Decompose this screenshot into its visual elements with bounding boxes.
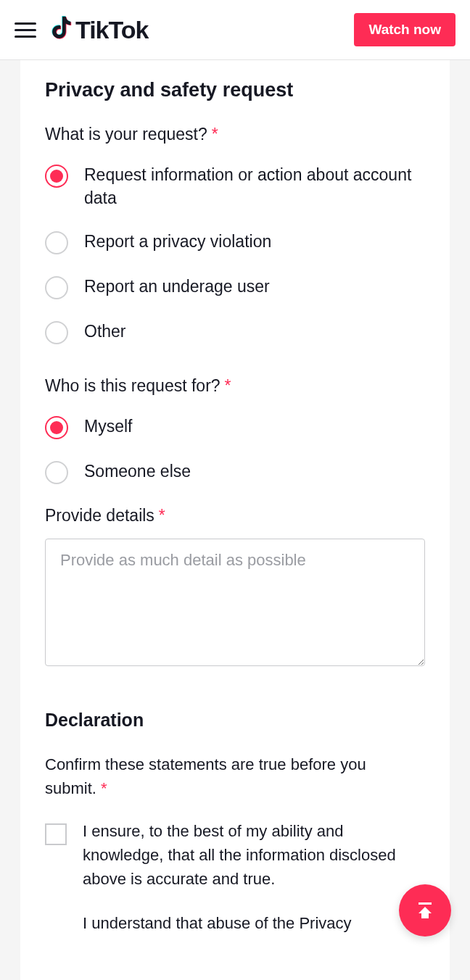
radio-label: Report a privacy violation	[84, 230, 271, 253]
radio-option-account-data[interactable]: Request information or action about acco…	[45, 163, 425, 209]
app-header: TikTok Watch now	[0, 0, 470, 60]
declaration-intro: Confirm these statements are true before…	[45, 752, 425, 800]
svg-rect-0	[419, 902, 432, 905]
radio-label: Myself	[84, 415, 132, 438]
radio-input[interactable]	[45, 276, 68, 299]
radio-input[interactable]	[45, 231, 68, 254]
declaration-item-accurate: I ensure, to the best of my ability and …	[45, 819, 425, 891]
radio-input[interactable]	[45, 321, 68, 344]
required-asterisk: *	[101, 779, 107, 797]
radio-label: Request information or action about acco…	[84, 163, 425, 209]
required-asterisk: *	[225, 376, 231, 395]
form-content: Privacy and safety request What is your …	[20, 60, 450, 980]
radio-input[interactable]	[45, 461, 68, 484]
section-title: Privacy and safety request	[45, 79, 425, 101]
header-left: TikTok	[15, 16, 148, 44]
radio-option-privacy-violation[interactable]: Report a privacy violation	[45, 230, 425, 254]
radio-option-someone-else[interactable]: Someone else	[45, 460, 425, 484]
brand-name: TikTok	[75, 16, 148, 44]
required-asterisk: *	[159, 506, 165, 525]
radio-option-myself[interactable]: Myself	[45, 415, 425, 439]
question-request-for: Who is this request for?*	[45, 376, 425, 396]
menu-icon[interactable]	[15, 22, 36, 38]
checkbox-input[interactable]	[45, 823, 67, 845]
declaration-item-abuse: I understand that abuse of the Privacy	[83, 911, 425, 935]
radio-option-other[interactable]: Other	[45, 320, 425, 344]
radio-label: Someone else	[84, 460, 191, 483]
request-type-group: Request information or action about acco…	[45, 163, 425, 344]
radio-option-underage[interactable]: Report an underage user	[45, 275, 425, 299]
declaration-title: Declaration	[45, 710, 425, 731]
scroll-to-top-button[interactable]	[399, 884, 451, 937]
radio-label: Other	[84, 320, 126, 343]
arrow-up-icon	[414, 900, 436, 921]
radio-label: Report an underage user	[84, 275, 270, 298]
details-label: Provide details*	[45, 506, 425, 526]
tiktok-logo[interactable]: TikTok	[48, 16, 148, 44]
checkbox-label: I ensure, to the best of my ability and …	[83, 819, 425, 891]
radio-input[interactable]	[45, 416, 68, 439]
request-for-group: Myself Someone else	[45, 415, 425, 484]
watch-now-button[interactable]: Watch now	[354, 13, 455, 46]
radio-input[interactable]	[45, 165, 68, 188]
required-asterisk: *	[212, 125, 218, 144]
tiktok-note-icon	[48, 16, 73, 43]
question-request-type: What is your request?*	[45, 125, 425, 144]
details-textarea[interactable]	[45, 539, 425, 666]
